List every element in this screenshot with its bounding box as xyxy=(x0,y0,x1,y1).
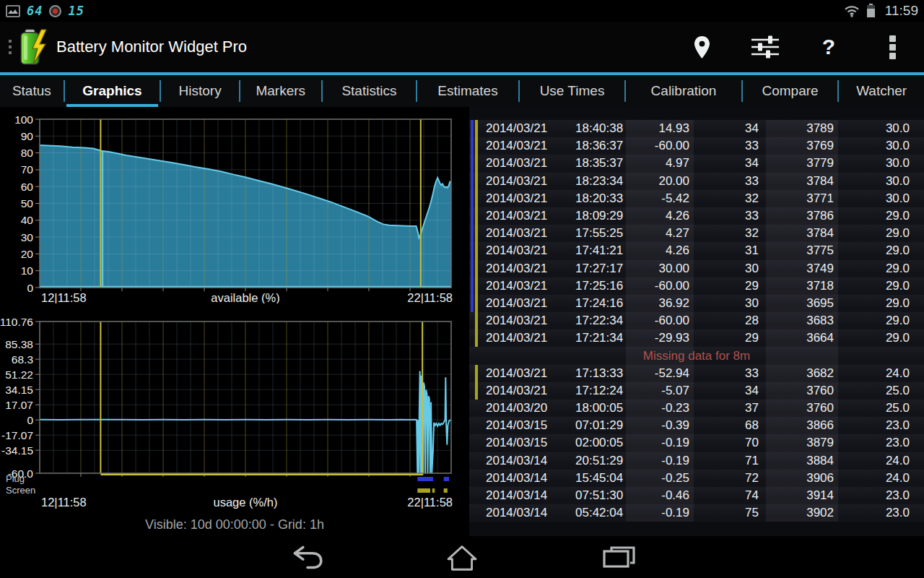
overflow-menu-button[interactable] xyxy=(860,22,924,72)
table-row[interactable]: 2014/03/1415:45:04-0.2572390624.0 xyxy=(469,470,924,487)
tab-graphics[interactable]: Graphics xyxy=(65,75,160,107)
cell-date: 2014/03/21 xyxy=(480,382,574,400)
tab-watcher[interactable]: Watcher xyxy=(839,75,924,107)
cell-time: 18:20:33 xyxy=(574,190,626,207)
app-logo-battery-icon xyxy=(17,27,49,67)
home-button[interactable] xyxy=(444,544,480,571)
cell-date: 2014/03/15 xyxy=(480,434,574,452)
table-row[interactable]: 2014/03/1420:51:29-0.1971388424.0 xyxy=(469,452,924,470)
help-button[interactable]: ? xyxy=(797,22,860,72)
cell-time: 17:55:25 xyxy=(574,225,626,242)
state-indicators xyxy=(469,382,480,400)
tab-history[interactable]: History xyxy=(161,75,239,107)
cell-voltage: 3682 xyxy=(766,365,838,382)
table-row[interactable]: 2014/03/2117:22:34-60.0028368329.0 xyxy=(469,312,924,329)
action-bar: Battery Monitor Widget Pro ? xyxy=(0,22,924,75)
cell-date: 2014/03/14 xyxy=(480,470,574,487)
recents-button[interactable] xyxy=(601,544,637,570)
screen-indicator-bar xyxy=(475,382,478,400)
svg-text:85.38: 85.38 xyxy=(5,338,33,350)
state-indicators xyxy=(469,190,480,207)
back-button[interactable] xyxy=(289,544,325,570)
cell-date: 2014/03/21 xyxy=(480,277,574,295)
tab-compare[interactable]: Compare xyxy=(743,75,838,107)
table-row[interactable]: 2014/03/1507:01:29-0.3968386623.0 xyxy=(469,417,924,434)
table-row[interactable]: 2014/03/2117:27:1730.0030374929.0 xyxy=(469,260,924,277)
cell-time: 17:24:16 xyxy=(574,295,626,312)
tab-use-times[interactable]: Use Times xyxy=(520,75,625,107)
table-row[interactable]: 2014/03/2118:23:3420.0033378430.0 xyxy=(469,173,924,190)
cell-date: 2014/03/21 xyxy=(480,365,574,382)
cell-battery-percent: 71 xyxy=(694,452,766,470)
cell-voltage: 3784 xyxy=(766,225,838,242)
svg-text:0: 0 xyxy=(27,414,33,426)
table-row[interactable]: 2014/03/2118:09:294.2633378629.0 xyxy=(469,207,924,225)
cell-temperature: 24.0 xyxy=(838,365,924,382)
cell-battery-percent: 72 xyxy=(694,470,766,487)
table-row[interactable]: 2014/03/2018:00:05-0.2337376025.0 xyxy=(469,400,924,417)
cell-temperature: 30.0 xyxy=(838,190,924,207)
cell-usage-rate: -0.25 xyxy=(626,470,694,487)
table-row[interactable]: 2014/03/2117:24:1636.9230369529.0 xyxy=(469,295,924,312)
state-indicators xyxy=(469,400,480,417)
tab-markers[interactable]: Markers xyxy=(240,75,321,107)
available-chart[interactable]: 100908070605040302010012|11:58available … xyxy=(0,107,469,303)
cell-time: 17:27:17 xyxy=(574,260,626,277)
table-row[interactable]: 2014/03/1407:51:30-0.4674391423.0 xyxy=(469,487,924,504)
cell-usage-rate: 30.00 xyxy=(626,260,694,277)
plug-indicator-bar xyxy=(471,173,474,190)
cell-voltage: 3769 xyxy=(766,137,838,155)
cell-battery-percent: 33 xyxy=(694,173,766,190)
table-row[interactable]: 2014/03/2117:41:214.2631377529.0 xyxy=(469,242,924,259)
cell-voltage: 3775 xyxy=(766,242,838,259)
cell-voltage: 3779 xyxy=(766,155,838,172)
state-indicators xyxy=(469,242,480,259)
table-row[interactable]: 2014/03/2117:12:24-5.0734376025.0 xyxy=(469,382,924,400)
svg-text:17.07: 17.07 xyxy=(5,399,33,411)
menu-handle-icon[interactable] xyxy=(9,40,12,54)
visible-grid-caption: Visible: 10d 00:00:00 - Grid: 1h xyxy=(0,513,469,536)
missing-data-row[interactable]: Missing data for 8m xyxy=(469,347,924,364)
tab-estimates[interactable]: Estimates xyxy=(417,75,518,107)
table-row[interactable]: 2014/03/2118:40:3814.9334378930.0 xyxy=(469,120,924,137)
screen: 64 15 11:59 xyxy=(0,0,924,578)
usage-chart[interactable]: 110.7685.3868.351.2234.1517.070-17.07-34… xyxy=(0,303,469,513)
svg-text:80: 80 xyxy=(21,147,34,159)
cell-temperature: 29.0 xyxy=(838,207,924,225)
settings-button[interactable] xyxy=(733,22,797,72)
tab-statistics[interactable]: Statistics xyxy=(323,75,417,107)
cell-time: 02:00:05 xyxy=(574,434,626,452)
state-indicators xyxy=(469,260,480,277)
cell-usage-rate: -0.19 xyxy=(626,452,694,470)
svg-text:51.22: 51.22 xyxy=(5,368,33,381)
table-row[interactable]: 2014/03/2117:21:34-29.9329366429.0 xyxy=(469,329,924,347)
cell-usage-rate: -5.07 xyxy=(626,382,694,400)
table-row[interactable]: 2014/03/1405:42:04-0.1975390223.0 xyxy=(469,504,924,522)
table-row[interactable]: 2014/03/2118:35:374.9734377930.0 xyxy=(469,155,924,172)
table-row[interactable]: 2014/03/2118:20:33-5.4232377130.0 xyxy=(469,190,924,207)
state-indicators xyxy=(469,434,480,452)
screen-indicator-bar xyxy=(475,137,478,155)
cell-usage-rate: -0.39 xyxy=(626,417,694,434)
charts-panel[interactable]: 100908070605040302010012|11:58available … xyxy=(0,107,469,536)
history-table[interactable]: 2014/03/2118:40:3814.9334378930.02014/03… xyxy=(469,107,924,536)
svg-text:12|11:58: 12|11:58 xyxy=(41,496,87,509)
table-row[interactable]: 2014/03/1502:00:05-0.1970387923.0 xyxy=(469,434,924,452)
plug-indicator-bar xyxy=(471,190,474,207)
cell-temperature: 29.0 xyxy=(838,277,924,295)
cell-battery-percent: 29 xyxy=(694,277,766,295)
tab-calibration[interactable]: Calibration xyxy=(626,75,741,107)
table-row[interactable]: 2014/03/2117:25:16-60.0029371829.0 xyxy=(469,277,924,295)
table-row[interactable]: 2014/03/2117:55:254.2732378429.0 xyxy=(469,225,924,242)
cell-voltage: 3902 xyxy=(766,504,838,522)
svg-text:70: 70 xyxy=(21,163,34,176)
svg-text:Screen: Screen xyxy=(6,485,35,496)
table-row[interactable]: 2014/03/2118:36:37-60.0033376930.0 xyxy=(469,137,924,155)
svg-text:30: 30 xyxy=(21,231,34,243)
cell-date: 2014/03/21 xyxy=(480,225,574,242)
tab-status[interactable]: Status xyxy=(0,75,64,107)
cell-voltage: 3866 xyxy=(766,417,838,434)
table-row[interactable]: 2014/03/2117:13:33-52.9433368224.0 xyxy=(469,365,924,382)
location-button[interactable] xyxy=(670,22,733,72)
cell-battery-percent: 33 xyxy=(694,365,766,382)
